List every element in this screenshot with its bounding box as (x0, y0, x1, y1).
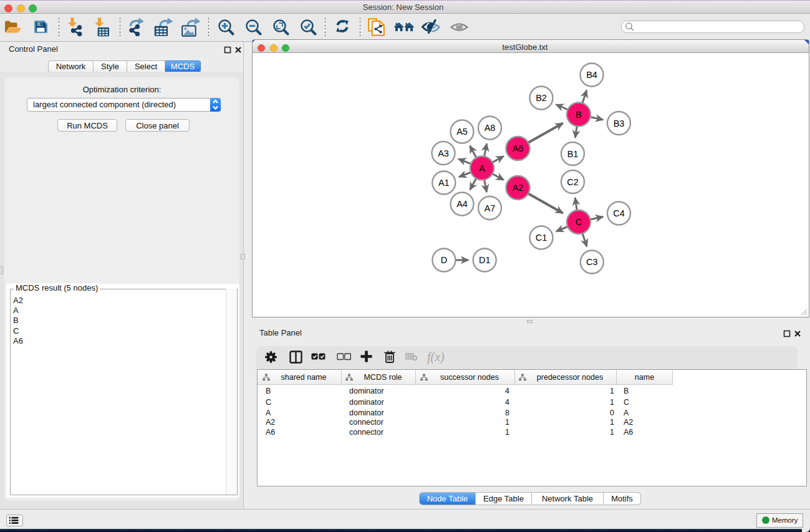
svg-text:D: D (441, 255, 447, 265)
svg-text:B: B (576, 110, 582, 120)
svg-text:C: C (576, 217, 582, 227)
svg-text:C2: C2 (567, 177, 579, 187)
svg-text:A8: A8 (485, 123, 496, 133)
svg-text:A5: A5 (456, 127, 468, 137)
svg-text:A2: A2 (513, 183, 524, 193)
svg-text:B3: B3 (614, 118, 625, 128)
svg-text:A7: A7 (485, 203, 496, 213)
svg-text:B4: B4 (586, 70, 597, 80)
svg-text:C3: C3 (586, 257, 598, 267)
svg-text:A3: A3 (438, 148, 449, 158)
svg-text:A6: A6 (513, 143, 524, 153)
svg-text:A4: A4 (456, 199, 468, 209)
svg-text:A1: A1 (438, 178, 450, 188)
svg-text:D1: D1 (479, 255, 491, 265)
svg-text:B2: B2 (536, 93, 547, 103)
svg-text:C4: C4 (613, 208, 625, 218)
svg-text:B1: B1 (567, 149, 579, 159)
svg-text:A: A (479, 163, 485, 173)
svg-text:C1: C1 (536, 233, 547, 243)
